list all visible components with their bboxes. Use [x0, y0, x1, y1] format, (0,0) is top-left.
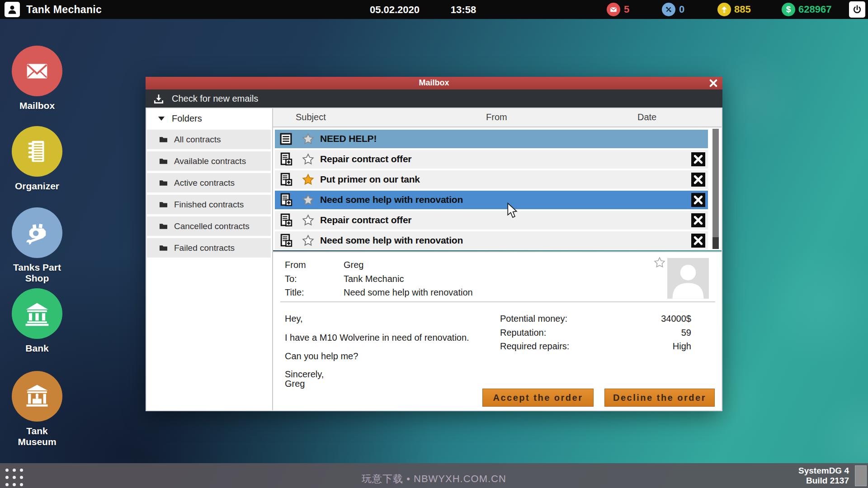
star-icon[interactable] — [302, 133, 314, 145]
bank-icon-circle — [12, 288, 62, 339]
window-titlebar[interactable]: Mailbox — [146, 77, 722, 89]
mail-badge-icon[interactable] — [607, 3, 620, 16]
folders-pane: Folders All contracts Available contract… — [146, 108, 272, 411]
download-icon — [153, 93, 165, 105]
folder-label: Finished contracts — [174, 200, 244, 210]
star-icon[interactable] — [302, 194, 314, 206]
desktop-icon-organizer[interactable]: Organizer — [8, 126, 66, 192]
museum-icon-circle — [12, 371, 62, 422]
star-icon[interactable] — [302, 174, 314, 186]
folder-all-contracts[interactable]: All contracts — [147, 130, 271, 149]
watermark-text: 玩意下载 • NBWYXH.COM.CN — [0, 472, 868, 486]
desktop-icon-label: Tank Museum — [8, 426, 66, 447]
organizer-icon-circle — [12, 126, 62, 177]
potential-money-value: 34000$ — [608, 314, 691, 324]
body-line: Hey, — [285, 314, 303, 324]
desktop-icon-label: Tanks Part Shop — [8, 262, 66, 284]
desktop-icon-label: Organizer — [8, 181, 66, 192]
mail-list: NEED HELP! Repair contract offer — [273, 127, 722, 250]
folder-label: Active contracts — [174, 178, 235, 188]
folder-icon — [159, 223, 168, 230]
folder-icon — [159, 201, 168, 208]
rank-badge-icon[interactable] — [717, 3, 731, 16]
folder-failed-contracts[interactable]: Failed contracts — [147, 238, 271, 258]
money-badge-icon[interactable]: $ — [782, 3, 795, 16]
contract-icon — [278, 213, 293, 228]
body-line: Sincerely, — [285, 369, 324, 380]
desktop-icon-mailbox[interactable]: Mailbox — [8, 46, 66, 111]
accept-order-button[interactable]: Accept the order — [482, 389, 594, 407]
delete-mail-button[interactable] — [691, 234, 705, 248]
power-button[interactable] — [849, 1, 865, 18]
favorite-star-icon[interactable] — [654, 257, 665, 268]
check-emails-button[interactable] — [153, 93, 165, 107]
star-icon[interactable] — [302, 214, 314, 226]
delete-mail-button[interactable] — [691, 152, 705, 166]
engine-wrench-icon — [22, 218, 52, 248]
decline-order-button[interactable]: Decline the order — [604, 389, 715, 407]
close-window-button[interactable] — [708, 78, 719, 88]
required-repairs-value: High — [608, 341, 691, 352]
notebook-icon — [23, 137, 51, 165]
folder-label: Failed contracts — [174, 243, 235, 253]
folder-active-contracts[interactable]: Active contracts — [147, 173, 271, 192]
mail-row[interactable]: Put primer on our tank — [275, 170, 708, 189]
mail-row[interactable]: NEED HELP! — [275, 130, 708, 148]
collapse-triangle-icon — [158, 117, 165, 121]
delete-mail-button[interactable] — [691, 193, 705, 207]
show-desktop-button[interactable] — [855, 465, 867, 486]
folder-icon — [159, 136, 168, 143]
mail-row[interactable]: Repair contract offer — [275, 150, 708, 169]
delete-mail-button[interactable] — [691, 213, 705, 227]
window-title: Mailbox — [146, 78, 722, 88]
mail-subject: Need some help with renovation — [320, 235, 463, 246]
repairs-badge-icon[interactable] — [662, 3, 675, 16]
wrenches-icon — [665, 5, 673, 14]
profile-button[interactable] — [5, 2, 20, 17]
system-name: SystemDG 4 — [798, 466, 849, 476]
to-label: To: — [285, 274, 297, 284]
envelope-icon — [23, 57, 51, 85]
column-subject[interactable]: Subject — [296, 112, 326, 122]
star-icon[interactable] — [302, 153, 314, 165]
mail-row[interactable]: Repair contract offer — [275, 211, 708, 230]
unread-mail-count: 5 — [624, 4, 629, 15]
money-value: 628967 — [798, 4, 831, 15]
contract-icon — [278, 172, 293, 187]
time-display: 13:58 — [445, 4, 481, 16]
desktop-icon-tank-museum[interactable]: Tank Museum — [8, 371, 66, 447]
mail-subject: Need some help with renovation — [320, 194, 463, 205]
list-scrollbar[interactable] — [712, 129, 719, 249]
body-line: Can you help me? — [285, 351, 358, 361]
contract-icon — [278, 233, 293, 248]
folder-cancelled-contracts[interactable]: Cancelled contracts — [147, 216, 271, 236]
required-repairs-label: Required repairs: — [500, 341, 569, 352]
column-from[interactable]: From — [486, 112, 507, 122]
check-emails-label[interactable]: Check for new emails — [172, 94, 258, 104]
folder-available-contracts[interactable]: Available contracts — [147, 151, 271, 171]
folders-header-label: Folders — [172, 113, 202, 124]
person-icon — [6, 4, 18, 15]
app-title: Tank Mechanic — [26, 4, 102, 16]
envelope-icon — [609, 5, 618, 14]
folders-header[interactable]: Folders — [146, 108, 272, 129]
desktop-icon-bank[interactable]: Bank — [8, 288, 66, 354]
delete-mail-button[interactable] — [691, 173, 705, 187]
folder-icon — [159, 158, 168, 164]
reputation-value: 59 — [608, 328, 691, 338]
mail-row-selected[interactable]: Need some help with renovation — [275, 191, 708, 209]
desktop-screen: Tank Mechanic 05.02.2020 13:58 5 0 — [0, 0, 868, 488]
star-icon[interactable] — [302, 235, 314, 247]
folder-label: Available contracts — [174, 156, 246, 166]
mail-subject: Put primer on our tank — [320, 174, 420, 185]
column-date[interactable]: Date — [637, 112, 656, 122]
parts-shop-icon-circle — [12, 207, 62, 258]
mail-row[interactable]: Need some help with renovation — [275, 231, 708, 250]
museum-icon — [24, 383, 50, 409]
body-line: I have a M10 Wolverine in need of renova… — [285, 333, 469, 343]
sender-avatar — [667, 258, 709, 299]
date-display: 05.02.2020 — [365, 4, 424, 16]
desktop-icon-tanks-part-shop[interactable]: Tanks Part Shop — [8, 207, 66, 284]
folder-finished-contracts[interactable]: Finished contracts — [147, 195, 271, 214]
rank-points-value: 885 — [734, 4, 751, 15]
